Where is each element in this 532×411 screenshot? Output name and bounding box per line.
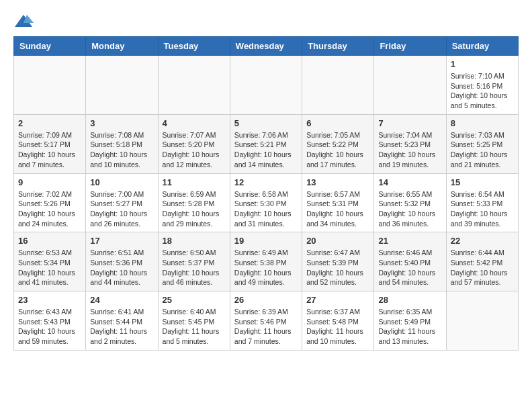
calendar-cell: 2Sunrise: 7:09 AM Sunset: 5:17 PM Daylig… bbox=[14, 114, 86, 173]
day-number: 26 bbox=[234, 295, 298, 305]
calendar-cell: 1Sunrise: 7:10 AM Sunset: 5:16 PM Daylig… bbox=[446, 56, 518, 115]
calendar-cell: 20Sunrise: 6:47 AM Sunset: 5:39 PM Dayli… bbox=[302, 232, 374, 291]
day-number: 3 bbox=[90, 118, 153, 128]
day-number: 10 bbox=[90, 177, 153, 187]
calendar-cell: 6Sunrise: 7:05 AM Sunset: 5:22 PM Daylig… bbox=[302, 114, 374, 173]
calendar-row-4: 16Sunrise: 6:53 AM Sunset: 5:34 PM Dayli… bbox=[14, 232, 519, 291]
calendar-row-1: 1Sunrise: 7:10 AM Sunset: 5:16 PM Daylig… bbox=[14, 56, 519, 115]
calendar-cell: 14Sunrise: 6:55 AM Sunset: 5:32 PM Dayli… bbox=[374, 173, 446, 232]
calendar-cell: 5Sunrise: 7:06 AM Sunset: 5:21 PM Daylig… bbox=[230, 114, 302, 173]
calendar-cell: 11Sunrise: 6:59 AM Sunset: 5:28 PM Dayli… bbox=[158, 173, 230, 232]
calendar-cell: 15Sunrise: 6:54 AM Sunset: 5:33 PM Dayli… bbox=[446, 173, 518, 232]
day-number: 5 bbox=[234, 118, 298, 128]
day-number: 8 bbox=[451, 118, 514, 128]
day-number: 4 bbox=[163, 118, 226, 128]
day-info: Sunrise: 7:10 AM Sunset: 5:16 PM Dayligh… bbox=[451, 71, 514, 111]
calendar-cell: 17Sunrise: 6:51 AM Sunset: 5:36 PM Dayli… bbox=[86, 232, 158, 291]
header-cell-wednesday: Wednesday bbox=[230, 37, 302, 56]
header-cell-thursday: Thursday bbox=[302, 37, 374, 56]
day-info: Sunrise: 7:02 AM Sunset: 5:26 PM Dayligh… bbox=[18, 189, 81, 229]
day-info: Sunrise: 6:59 AM Sunset: 5:28 PM Dayligh… bbox=[163, 189, 226, 229]
day-info: Sunrise: 6:40 AM Sunset: 5:45 PM Dayligh… bbox=[163, 307, 226, 347]
day-info: Sunrise: 6:46 AM Sunset: 5:40 PM Dayligh… bbox=[378, 248, 441, 287]
calendar-cell: 26Sunrise: 6:39 AM Sunset: 5:46 PM Dayli… bbox=[230, 291, 302, 351]
day-number: 11 bbox=[163, 177, 226, 187]
calendar-table: SundayMondayTuesdayWednesdayThursdayFrid… bbox=[13, 36, 519, 351]
day-info: Sunrise: 6:49 AM Sunset: 5:38 PM Dayligh… bbox=[234, 248, 298, 287]
logo bbox=[13, 13, 36, 30]
day-number: 22 bbox=[451, 236, 514, 246]
calendar-cell: 3Sunrise: 7:08 AM Sunset: 5:18 PM Daylig… bbox=[86, 114, 158, 173]
calendar-cell bbox=[446, 291, 518, 351]
day-number: 24 bbox=[90, 295, 153, 305]
calendar-cell: 28Sunrise: 6:35 AM Sunset: 5:49 PM Dayli… bbox=[374, 291, 446, 351]
logo-icon bbox=[13, 13, 34, 30]
day-number: 23 bbox=[18, 295, 81, 305]
calendar-cell bbox=[302, 56, 374, 115]
calendar-header-row: SundayMondayTuesdayWednesdayThursdayFrid… bbox=[14, 37, 519, 56]
calendar-row-2: 2Sunrise: 7:09 AM Sunset: 5:17 PM Daylig… bbox=[14, 114, 519, 173]
day-info: Sunrise: 6:53 AM Sunset: 5:34 PM Dayligh… bbox=[18, 248, 81, 287]
day-info: Sunrise: 7:00 AM Sunset: 5:27 PM Dayligh… bbox=[90, 189, 153, 229]
day-info: Sunrise: 7:08 AM Sunset: 5:18 PM Dayligh… bbox=[90, 130, 153, 170]
calendar-cell: 23Sunrise: 6:43 AM Sunset: 5:43 PM Dayli… bbox=[14, 291, 86, 351]
day-info: Sunrise: 6:58 AM Sunset: 5:30 PM Dayligh… bbox=[234, 189, 298, 229]
page-header bbox=[13, 13, 519, 30]
day-info: Sunrise: 7:04 AM Sunset: 5:23 PM Dayligh… bbox=[378, 130, 441, 170]
calendar-cell: 10Sunrise: 7:00 AM Sunset: 5:27 PM Dayli… bbox=[86, 173, 158, 232]
day-number: 28 bbox=[378, 295, 441, 305]
header-cell-sunday: Sunday bbox=[14, 37, 86, 56]
day-number: 12 bbox=[234, 177, 298, 187]
day-info: Sunrise: 7:03 AM Sunset: 5:25 PM Dayligh… bbox=[451, 130, 514, 170]
calendar-cell: 22Sunrise: 6:44 AM Sunset: 5:42 PM Dayli… bbox=[446, 232, 518, 291]
day-number: 15 bbox=[451, 177, 514, 187]
calendar-cell: 4Sunrise: 7:07 AM Sunset: 5:20 PM Daylig… bbox=[158, 114, 230, 173]
day-number: 19 bbox=[234, 236, 298, 246]
day-number: 20 bbox=[306, 236, 369, 246]
calendar-cell: 18Sunrise: 6:50 AM Sunset: 5:37 PM Dayli… bbox=[158, 232, 230, 291]
header-cell-tuesday: Tuesday bbox=[158, 37, 230, 56]
calendar-cell bbox=[230, 56, 302, 115]
day-number: 2 bbox=[18, 118, 81, 128]
day-info: Sunrise: 7:06 AM Sunset: 5:21 PM Dayligh… bbox=[234, 130, 298, 170]
day-info: Sunrise: 7:05 AM Sunset: 5:22 PM Dayligh… bbox=[306, 130, 369, 170]
calendar-cell bbox=[158, 56, 230, 115]
calendar-cell: 7Sunrise: 7:04 AM Sunset: 5:23 PM Daylig… bbox=[374, 114, 446, 173]
day-info: Sunrise: 6:44 AM Sunset: 5:42 PM Dayligh… bbox=[451, 248, 514, 287]
day-info: Sunrise: 6:50 AM Sunset: 5:37 PM Dayligh… bbox=[163, 248, 226, 287]
calendar-cell: 13Sunrise: 6:57 AM Sunset: 5:31 PM Dayli… bbox=[302, 173, 374, 232]
calendar-row-5: 23Sunrise: 6:43 AM Sunset: 5:43 PM Dayli… bbox=[14, 291, 519, 351]
day-number: 27 bbox=[306, 295, 369, 305]
calendar-cell bbox=[374, 56, 446, 115]
day-number: 17 bbox=[90, 236, 153, 246]
day-info: Sunrise: 6:39 AM Sunset: 5:46 PM Dayligh… bbox=[234, 307, 298, 347]
day-number: 16 bbox=[18, 236, 81, 246]
day-number: 25 bbox=[163, 295, 226, 305]
day-info: Sunrise: 7:09 AM Sunset: 5:17 PM Dayligh… bbox=[18, 130, 81, 170]
day-info: Sunrise: 6:37 AM Sunset: 5:48 PM Dayligh… bbox=[306, 307, 369, 347]
calendar-cell: 27Sunrise: 6:37 AM Sunset: 5:48 PM Dayli… bbox=[302, 291, 374, 351]
day-info: Sunrise: 7:07 AM Sunset: 5:20 PM Dayligh… bbox=[163, 130, 226, 170]
header-cell-monday: Monday bbox=[86, 37, 158, 56]
calendar-cell: 21Sunrise: 6:46 AM Sunset: 5:40 PM Dayli… bbox=[374, 232, 446, 291]
day-info: Sunrise: 6:54 AM Sunset: 5:33 PM Dayligh… bbox=[451, 189, 514, 229]
day-info: Sunrise: 6:57 AM Sunset: 5:31 PM Dayligh… bbox=[306, 189, 369, 229]
day-info: Sunrise: 6:41 AM Sunset: 5:44 PM Dayligh… bbox=[90, 307, 153, 347]
day-number: 6 bbox=[306, 118, 369, 128]
day-info: Sunrise: 6:55 AM Sunset: 5:32 PM Dayligh… bbox=[378, 189, 441, 229]
day-number: 18 bbox=[163, 236, 226, 246]
calendar-cell: 25Sunrise: 6:40 AM Sunset: 5:45 PM Dayli… bbox=[158, 291, 230, 351]
calendar-cell: 9Sunrise: 7:02 AM Sunset: 5:26 PM Daylig… bbox=[14, 173, 86, 232]
header-cell-friday: Friday bbox=[374, 37, 446, 56]
header-cell-saturday: Saturday bbox=[446, 37, 518, 56]
day-info: Sunrise: 6:43 AM Sunset: 5:43 PM Dayligh… bbox=[18, 307, 81, 347]
calendar-cell: 19Sunrise: 6:49 AM Sunset: 5:38 PM Dayli… bbox=[230, 232, 302, 291]
day-info: Sunrise: 6:51 AM Sunset: 5:36 PM Dayligh… bbox=[90, 248, 153, 287]
day-number: 14 bbox=[378, 177, 441, 187]
calendar-cell: 12Sunrise: 6:58 AM Sunset: 5:30 PM Dayli… bbox=[230, 173, 302, 232]
calendar-cell: 8Sunrise: 7:03 AM Sunset: 5:25 PM Daylig… bbox=[446, 114, 518, 173]
day-number: 13 bbox=[306, 177, 369, 187]
calendar-cell bbox=[14, 56, 86, 115]
calendar-cell bbox=[86, 56, 158, 115]
day-info: Sunrise: 6:47 AM Sunset: 5:39 PM Dayligh… bbox=[306, 248, 369, 287]
